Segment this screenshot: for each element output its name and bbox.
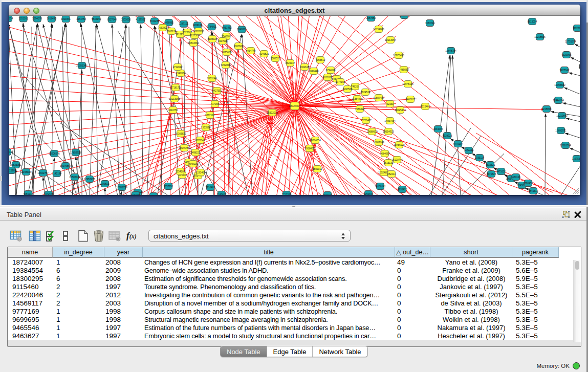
svg-text:9841612: 9841612 (529, 190, 538, 192)
svg-text:1634095: 1634095 (433, 128, 443, 130)
svg-text:9948100: 9948100 (188, 163, 198, 165)
svg-text:12213363: 12213363 (169, 98, 180, 100)
svg-text:9402654: 9402654 (9, 17, 13, 20)
svg-text:25302033: 25302033 (267, 112, 278, 114)
svg-text:8878342: 8878342 (195, 139, 205, 142)
svg-text:9463627: 9463627 (406, 98, 416, 101)
svg-text:9081213: 9081213 (24, 193, 33, 195)
svg-text:2935114: 2935114 (475, 157, 485, 159)
svg-text:12942757: 12942757 (37, 172, 49, 174)
svg-text:18724007: 18724007 (289, 104, 300, 107)
svg-text:62160: 62160 (386, 103, 394, 105)
svg-text:12444194: 12444194 (553, 99, 564, 102)
svg-text:16210643: 16210643 (556, 115, 568, 117)
svg-text:9327508: 9327508 (218, 40, 228, 42)
svg-text:9784801: 9784801 (207, 26, 216, 28)
svg-text:3215958: 3215958 (542, 108, 552, 111)
svg-text:7986322: 7986322 (355, 108, 365, 111)
svg-text:11156829: 11156829 (21, 171, 32, 173)
svg-text:6724238: 6724238 (150, 20, 160, 23)
svg-text:1254202: 1254202 (176, 170, 185, 173)
svg-text:8186328: 8186328 (208, 38, 217, 40)
svg-text:10046786: 10046786 (179, 147, 190, 149)
svg-text:19166822: 19166822 (175, 133, 186, 135)
svg-text:10973493: 10973493 (393, 54, 404, 57)
svg-text:8938923: 8938923 (443, 135, 452, 137)
svg-text:9777169: 9777169 (336, 81, 345, 83)
svg-text:14957964: 14957964 (384, 120, 396, 122)
svg-text:3660124: 3660124 (167, 30, 177, 33)
svg-text:8796453: 8796453 (524, 182, 533, 185)
svg-text:9310341: 9310341 (61, 18, 71, 20)
svg-text:9474444: 9474444 (464, 149, 474, 152)
svg-text:7632621: 7632621 (486, 164, 495, 166)
svg-text:1546801: 1546801 (222, 35, 231, 38)
svg-text:15692971: 15692971 (555, 129, 567, 132)
svg-text:1615132: 1615132 (384, 162, 394, 164)
svg-text:6794028: 6794028 (326, 69, 336, 72)
svg-text:10756928: 10756928 (394, 144, 405, 146)
svg-text:2351161: 2351161 (18, 17, 28, 20)
svg-text:8327648: 8327648 (107, 18, 117, 21)
svg-text:30975867: 30975867 (60, 165, 71, 167)
svg-text:1112000: 1112000 (573, 27, 580, 30)
svg-text:746266: 746266 (351, 85, 359, 88)
svg-text:1191469: 1191469 (196, 171, 206, 174)
svg-text:16154808: 16154808 (373, 28, 384, 31)
svg-text:9146821: 9146821 (259, 53, 269, 55)
svg-text:15720407: 15720407 (360, 119, 372, 122)
svg-text:5534192: 5534192 (92, 18, 101, 20)
svg-text:9245652: 9245652 (217, 193, 227, 195)
svg-text:1618495: 1618495 (47, 17, 56, 20)
svg-text:9115460: 9115460 (421, 105, 430, 108)
svg-text:12505135: 12505135 (69, 176, 80, 179)
svg-text:3287101: 3287101 (179, 23, 189, 25)
svg-text:7663822: 7663822 (158, 27, 168, 29)
svg-text:1292344: 1292344 (364, 193, 374, 195)
svg-text:8451462: 8451462 (222, 27, 232, 29)
svg-text:1733426: 1733426 (398, 188, 407, 191)
svg-text:10958117: 10958117 (100, 183, 111, 185)
svg-text:14136141: 14136141 (375, 185, 386, 188)
svg-text:6479197: 6479197 (453, 143, 463, 145)
svg-text:10688609: 10688609 (366, 130, 378, 133)
svg-text:1588520: 1588520 (271, 57, 280, 60)
svg-text:1167534: 1167534 (572, 158, 580, 160)
svg-text:9227342: 9227342 (560, 69, 570, 72)
svg-text:2342004: 2342004 (176, 72, 186, 75)
svg-text:7955812: 7955812 (316, 59, 325, 61)
svg-text:2718170: 2718170 (171, 86, 181, 89)
svg-text:15751074: 15751074 (565, 40, 576, 43)
svg-text:9450121: 9450121 (511, 176, 521, 179)
svg-text:19654923: 19654923 (383, 130, 394, 133)
svg-text:10025433: 10025433 (395, 109, 406, 112)
svg-text:10807487: 10807487 (373, 97, 384, 99)
svg-text:3915907: 3915907 (9, 169, 16, 172)
svg-text:17010504: 17010504 (560, 144, 571, 147)
svg-text:2650412: 2650412 (9, 151, 12, 154)
svg-text:7357224: 7357224 (425, 22, 435, 25)
svg-text:1621022: 1621022 (323, 76, 333, 79)
svg-text:8127455: 8127455 (149, 195, 159, 195)
svg-text:252214: 252214 (387, 173, 396, 176)
svg-text:6497568: 6497568 (343, 88, 353, 91)
svg-text:16648784: 16648784 (445, 50, 456, 52)
svg-text:1145194: 1145194 (52, 172, 62, 175)
svg-text:417006: 417006 (211, 103, 219, 105)
svg-text:9427552: 9427552 (212, 90, 222, 92)
svg-text:6990448: 6990448 (309, 70, 319, 73)
svg-text:8496965: 8496965 (164, 21, 174, 24)
svg-text:1938455: 1938455 (305, 147, 315, 150)
svg-text:3624534: 3624534 (361, 91, 371, 94)
svg-text:1802011: 1802011 (313, 168, 322, 170)
svg-text:20053346: 20053346 (76, 64, 88, 67)
svg-text:9498222: 9498222 (191, 151, 201, 154)
svg-text:12093822: 12093822 (554, 84, 565, 86)
svg-text:1353594: 1353594 (201, 126, 211, 129)
svg-text:2712042: 2712042 (173, 66, 183, 69)
svg-text:19218506: 19218506 (534, 36, 546, 38)
svg-text:16033809: 16033809 (399, 16, 410, 17)
svg-text:8471626: 8471626 (487, 173, 496, 176)
svg-text:3875685: 3875685 (222, 51, 232, 54)
svg-text:1362615: 1362615 (300, 66, 310, 69)
